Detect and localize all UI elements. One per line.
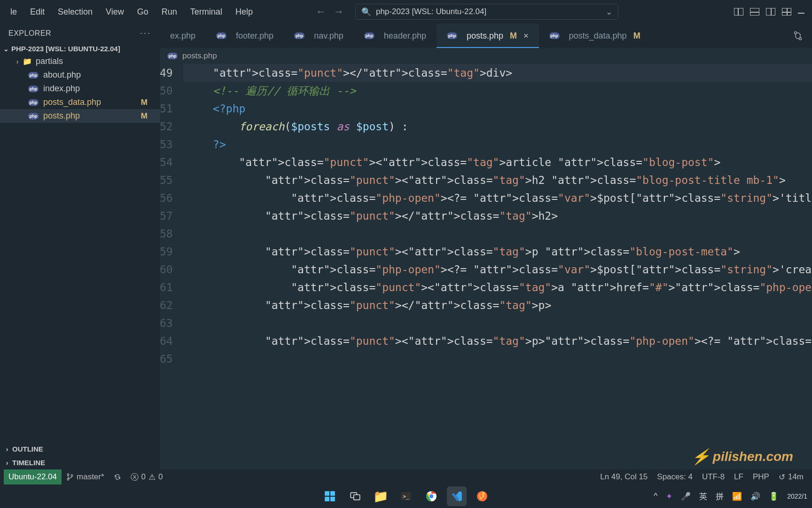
compare-changes-icon[interactable] — [793, 31, 803, 40]
command-center[interactable]: 🔍 php-2023 [WSL: Ubuntu-22.04] ⌄ — [355, 4, 618, 20]
tree-file-posts-data[interactable]: php posts_data.php M — [0, 95, 160, 109]
layout-sidebar-left-icon[interactable] — [734, 8, 743, 16]
nav-back-icon[interactable]: ← — [316, 6, 326, 18]
explorer-more-icon[interactable]: ··· — [140, 28, 151, 38]
vscode-button[interactable] — [447, 486, 467, 506]
menu-edit[interactable]: Edit — [23, 3, 51, 21]
tree-folder-partials[interactable]: › 📁 partials — [0, 55, 160, 68]
svg-rect-5 — [325, 491, 329, 496]
tab-header[interactable]: php header.php — [354, 24, 437, 48]
tab-label: header.php — [384, 31, 426, 41]
svg-rect-7 — [325, 497, 329, 501]
status-bar: Ubuntu-22.04 master* ⓧ0 ⚠0 Ln 49, Col 15… — [0, 469, 812, 484]
problems-indicator[interactable]: ⓧ0 ⚠0 — [126, 472, 168, 483]
microphone-icon[interactable]: 🎤 — [681, 492, 691, 501]
folder-icon: 📁 — [373, 489, 388, 504]
menu-run[interactable]: Run — [155, 3, 184, 21]
file-explorer-button[interactable]: 📁 — [371, 486, 390, 506]
menu-selection[interactable]: Selection — [51, 3, 99, 21]
php-icon: php — [447, 32, 457, 39]
outline-section[interactable]: › OUTLINE — [0, 442, 160, 456]
tab-footer[interactable]: php footer.php — [206, 24, 284, 48]
workspace-root-label: PHP-2023 [WSL: UBUNTU-22.04] — [11, 45, 120, 53]
code-content[interactable]: "attr">class="punct"></"attr">class="tag… — [181, 64, 812, 469]
modified-badge: M — [141, 98, 148, 107]
workspace-root[interactable]: ⌄ PHP-2023 [WSL: UBUNTU-22.04] — [0, 43, 160, 55]
tab-posts-data[interactable]: php posts_data.php M — [539, 24, 651, 48]
php-icon: php — [28, 113, 39, 119]
tab-posts[interactable]: php posts.php M × — [437, 24, 539, 48]
encoding[interactable]: UTF-8 — [697, 472, 729, 482]
ime-mode[interactable]: 拼 — [716, 491, 724, 502]
terminal-button[interactable]: >_ — [396, 486, 416, 506]
layout-sidebar-right-icon[interactable] — [766, 8, 775, 16]
menu-file[interactable]: le — [4, 3, 23, 21]
tab-label: nav.php — [314, 31, 344, 41]
tree-item-label: posts_data.php — [43, 97, 101, 107]
tab-label: posts_data.php — [569, 31, 627, 41]
code-editor[interactable]: 4950515253545556575859606162636465 "attr… — [160, 64, 812, 469]
layout-customize-icon[interactable] — [782, 8, 791, 16]
cursor-position[interactable]: Ln 49, Col 15 — [595, 472, 652, 482]
breadcrumb[interactable]: php posts.php — [160, 48, 812, 64]
git-branch[interactable]: master* — [62, 472, 109, 482]
php-icon: php — [364, 32, 375, 39]
tab-ex[interactable]: ex.php — [160, 24, 206, 48]
folder-icon: 📁 — [23, 57, 32, 66]
wifi-icon[interactable]: 📶 — [732, 492, 742, 501]
remote-indicator[interactable]: Ubuntu-22.04 — [4, 469, 62, 484]
chrome-button[interactable] — [422, 486, 441, 506]
tree-file-about[interactable]: php about.php — [0, 68, 160, 82]
language-mode[interactable]: PHP — [748, 472, 774, 482]
window-minimize-icon[interactable] — [798, 13, 804, 14]
modified-badge: M — [510, 31, 517, 41]
start-button[interactable] — [320, 486, 340, 506]
taskbar-date[interactable]: 2022/1 — [787, 492, 807, 500]
menu-terminal[interactable]: Terminal — [184, 3, 229, 21]
layout-panel-icon[interactable] — [750, 8, 759, 16]
watermark: ⚡ pilishen.com — [691, 448, 793, 466]
firefox-button[interactable] — [472, 486, 492, 506]
tab-nav[interactable]: php nav.php — [284, 24, 354, 48]
tree-item-label: index.php — [43, 84, 80, 94]
command-center-text: php-2023 [WSL: Ubuntu-22.04] — [376, 7, 486, 16]
task-view-button[interactable] — [345, 486, 365, 506]
menu-bar: le Edit Selection View Go Run Terminal H… — [0, 0, 812, 24]
tree-file-posts[interactable]: php posts.php M — [0, 109, 160, 123]
php-icon: php — [28, 72, 39, 79]
php-icon: php — [216, 32, 226, 39]
menu-view[interactable]: View — [99, 3, 131, 21]
sync-icon — [114, 473, 121, 481]
tree-file-index[interactable]: php index.php — [0, 82, 160, 95]
close-icon[interactable]: × — [523, 31, 529, 41]
svg-rect-6 — [330, 491, 335, 496]
editor-tabs: ex.php php footer.php php nav.php php he… — [160, 24, 812, 48]
ime-lang[interactable]: 英 — [699, 491, 707, 502]
chevron-right-icon: › — [4, 445, 10, 453]
outline-label: OUTLINE — [12, 445, 43, 453]
tab-label: footer.php — [236, 31, 273, 41]
menu-go[interactable]: Go — [131, 3, 155, 21]
elapsed-time[interactable]: ↺ 14m — [774, 472, 808, 482]
breadcrumb-file: posts.php — [182, 51, 217, 61]
chevron-down-icon[interactable]: ⌄ — [606, 7, 612, 17]
tray-chevron-icon[interactable]: ^ — [654, 492, 657, 501]
modified-badge: M — [141, 111, 148, 121]
tray-app-icon[interactable]: ✦ — [666, 492, 672, 501]
timeline-section[interactable]: › TIMELINE — [0, 456, 160, 469]
chrome-icon — [425, 490, 437, 502]
php-icon: php — [549, 32, 560, 39]
branch-name: master* — [77, 472, 104, 482]
explorer-title: EXPLORER — [8, 29, 51, 38]
search-icon: 🔍 — [361, 7, 371, 17]
eol[interactable]: LF — [729, 472, 748, 482]
volume-icon[interactable]: 🔊 — [750, 492, 760, 501]
sync-button[interactable] — [109, 473, 126, 481]
php-icon: php — [28, 99, 39, 106]
nav-forward-icon[interactable]: → — [334, 6, 344, 18]
chevron-right-icon: › — [4, 459, 10, 467]
menu-help[interactable]: Help — [229, 3, 259, 21]
battery-icon[interactable]: 🔋 — [769, 492, 779, 501]
indentation[interactable]: Spaces: 4 — [652, 472, 697, 482]
svg-point-14 — [429, 494, 434, 499]
